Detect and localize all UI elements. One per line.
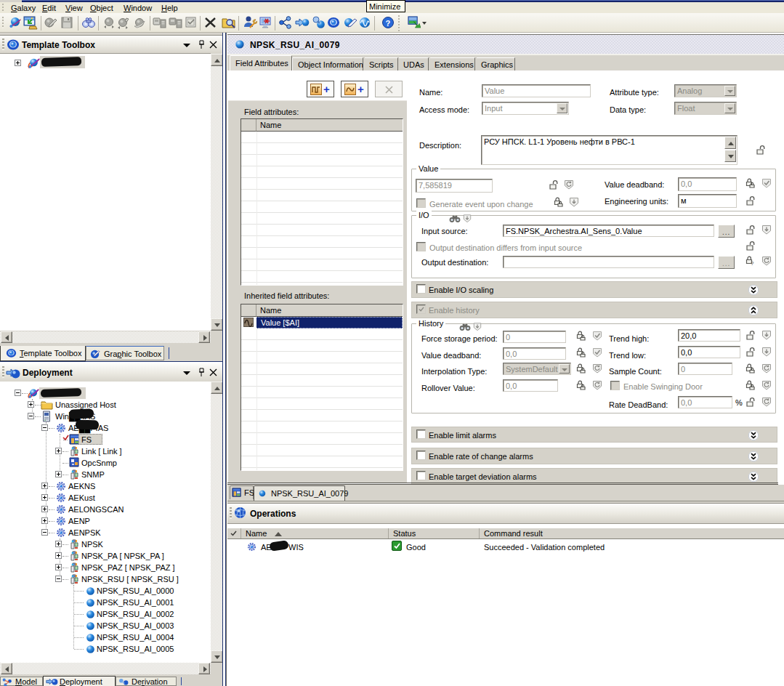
- svg-text:?: ?: [386, 19, 391, 28]
